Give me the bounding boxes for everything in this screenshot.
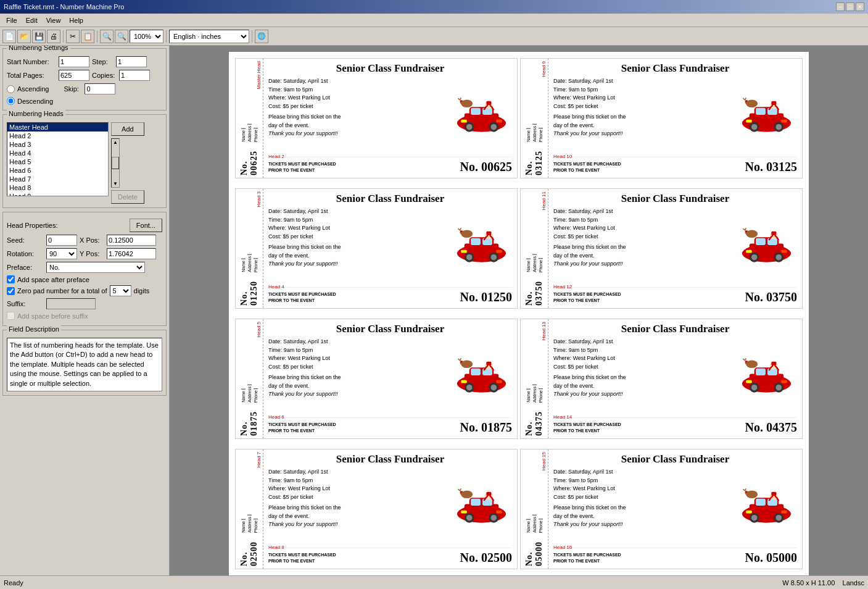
minimize-button[interactable]: ─ (836, 2, 845, 11)
ascending-radio[interactable] (7, 85, 15, 93)
svg-point-26 (775, 124, 782, 130)
maximize-button[interactable]: □ (846, 2, 854, 11)
skip-label: Skip: (64, 85, 82, 93)
cut-button[interactable]: ✂ (66, 30, 80, 43)
svg-line-53 (460, 228, 461, 230)
list-item-head3[interactable]: Head 3 (7, 140, 108, 149)
copies-input[interactable] (119, 70, 150, 81)
units-select[interactable]: English · inches Metric · mm (169, 30, 249, 43)
window-controls[interactable]: ─ □ ✕ (836, 2, 864, 11)
name-field-6: Name (526, 389, 531, 403)
name-field-3: Name (241, 259, 246, 272)
list-item-head4[interactable]: Head 4 (7, 149, 108, 157)
font-button[interactable]: Font... (130, 219, 162, 232)
head-properties-group: Head Properties: Font... Seed: X Pos: Ro… (2, 212, 167, 326)
suffix-input[interactable] (46, 298, 96, 309)
seed-input[interactable] (46, 235, 77, 246)
ypos-input[interactable] (107, 248, 156, 259)
svg-rect-102 (771, 362, 776, 366)
car-image-7 (450, 468, 512, 545)
print-button[interactable]: 🖨 (47, 30, 60, 43)
status-text: Ready (4, 579, 23, 587)
ticket-stub-8: Head 15 Name Address Phone No. 05000 (521, 449, 548, 569)
list-item-head7[interactable]: Head 7 (7, 175, 108, 183)
total-pages-row: Total Pages: Copies: (7, 70, 162, 81)
info-button[interactable]: 🌐 (255, 30, 268, 43)
descending-radio[interactable] (7, 97, 15, 105)
address-field-2: Address (532, 124, 537, 142)
descending-row: Descending (7, 97, 162, 105)
title-bar: Raffle Ticket.nmt - Number Machine Pro ─… (0, 0, 868, 14)
ticket-main-6: Senior Class Fundraiser Date: Saturday, … (548, 319, 802, 438)
open-button[interactable]: 📂 (17, 30, 31, 43)
ticket-body-5: Date: Saturday, April 1st Time: 9am to 5… (268, 338, 512, 415)
menu-file[interactable]: File (2, 15, 21, 25)
ticket-number-7: No. 02500 (460, 551, 512, 565)
svg-rect-66 (771, 232, 776, 235)
ticket-title-1: Senior Class Fundraiser (268, 62, 512, 75)
close-button[interactable]: ✕ (856, 2, 864, 11)
menu-help[interactable]: Help (65, 15, 87, 25)
list-item-head8[interactable]: Head 8 (7, 183, 108, 192)
list-item-head2[interactable]: Head 2 (7, 132, 108, 140)
phone-field-2: Phone (539, 128, 543, 142)
save-button[interactable]: 💾 (32, 30, 46, 43)
start-number-row: Start Number: Step: (7, 56, 162, 67)
canvas-area[interactable]: Master Head Name Address Phone No. 00625… (170, 46, 868, 575)
numbering-heads-title: Numbering Heads (7, 110, 65, 117)
zero-pad-digits-select[interactable]: 5 4 6 (110, 285, 131, 296)
phone-field-8: Phone (539, 519, 543, 533)
step-input[interactable] (116, 56, 147, 67)
svg-point-6 (466, 124, 472, 130)
new-button[interactable]: 📄 (2, 30, 16, 43)
seed-label: Seed: (7, 236, 44, 244)
add-space-suffix-checkbox[interactable] (7, 312, 15, 320)
ticket-text-3: Date: Saturday, April 1st Time: 9am to 5… (268, 207, 447, 285)
svg-point-78 (466, 385, 472, 391)
zoom-out-button[interactable]: 🔍 (115, 30, 128, 43)
add-space-preface-checkbox[interactable] (7, 275, 15, 283)
scrollbar-v[interactable]: ▲ ▼ (111, 138, 120, 188)
zoom-in-button[interactable]: 🔍 (100, 30, 114, 43)
list-item-master[interactable]: Master Head (7, 123, 108, 132)
menu-edit[interactable]: Edit (22, 15, 41, 25)
digits-label: digits (134, 287, 150, 294)
menu-view[interactable]: View (43, 15, 65, 25)
footer-text-5: TICKETS MUST BE PURCHASEDPRIOR TO THE EV… (268, 422, 336, 433)
car-image-6 (735, 338, 797, 415)
start-number-input[interactable] (59, 56, 89, 67)
copy-button[interactable]: 📋 (81, 30, 94, 43)
main-layout: Numbering Settings Start Number: Step: T… (0, 46, 868, 575)
scroll-down[interactable]: ▼ (113, 181, 118, 186)
phone-field-5: Phone (254, 388, 258, 403)
xpos-input[interactable] (107, 235, 156, 246)
numbering-settings-title: Numbering Settings (7, 46, 70, 51)
preface-select[interactable]: No. # Ticket (46, 262, 145, 273)
add-head-button[interactable]: Add (111, 122, 144, 136)
skip-input[interactable] (85, 83, 115, 94)
head12-label: Head 12 (553, 284, 572, 290)
ticket-main-5: Senior Class Fundraiser Date: Saturday, … (263, 319, 517, 438)
scroll-up[interactable]: ▲ (113, 140, 118, 145)
list-item-head9[interactable]: Head 9 (7, 192, 108, 196)
add-space-preface-row: Add space after preface (7, 275, 162, 283)
svg-rect-120 (486, 492, 491, 496)
list-item-head5[interactable]: Head 5 (7, 157, 108, 166)
svg-point-141 (745, 491, 746, 493)
footer-text-8: TICKETS MUST BE PURCHASEDPRIOR TO THE EV… (553, 552, 621, 563)
zero-pad-checkbox[interactable] (7, 287, 15, 295)
heads-list[interactable]: Master Head Head 2 Head 3 Head 4 Head 5 … (7, 122, 109, 196)
scroll-thumb[interactable] (112, 157, 119, 169)
ticket-body-7: Date: Saturday, April 1st Time: 9am to 5… (268, 468, 512, 545)
ticket-text-8: Date: Saturday, April 1st Time: 9am to 5… (553, 468, 732, 545)
rotation-select[interactable]: 90 0 180 270 (46, 248, 77, 259)
name-field-1: Name (241, 128, 246, 142)
svg-rect-75 (471, 369, 481, 375)
total-pages-input[interactable] (59, 70, 89, 81)
zoom-select[interactable]: 100% 75% 50% 150% (130, 30, 163, 43)
list-item-head6[interactable]: Head 6 (7, 166, 108, 175)
svg-point-33 (745, 100, 746, 102)
status-bar: Ready W 8.50 x H 11.00 Landsc (0, 575, 868, 589)
ticket-stub-2: Head 9 Name Address Phone No. 03125 (521, 59, 548, 178)
delete-head-button[interactable]: Delete (111, 190, 144, 204)
